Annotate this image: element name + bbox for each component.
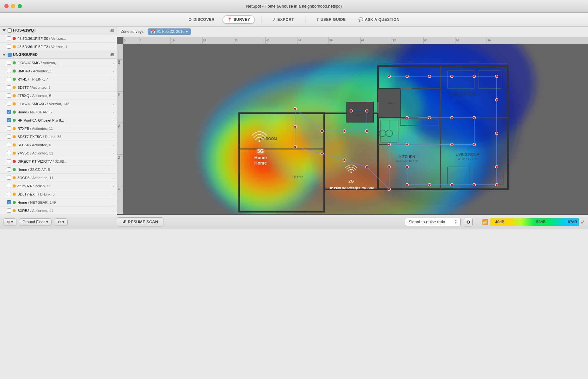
svg-point-88 bbox=[406, 75, 408, 77]
u1-cb[interactable] bbox=[7, 61, 11, 65]
signal-dot bbox=[13, 111, 16, 114]
svg-point-112 bbox=[365, 165, 368, 168]
close-button[interactable] bbox=[4, 4, 9, 8]
item1-checkbox[interactable] bbox=[7, 36, 11, 40]
toolbar: ⊙ DISCOVER 📍 SURVEY ↗ EXPORT ? USER GUID… bbox=[0, 13, 588, 27]
signal-dot bbox=[13, 201, 16, 204]
floor-plan[interactable]: LIVING ROOM 11'-× 14'-7½" KITCHEN 16' 7 … bbox=[123, 44, 588, 214]
svg-point-93 bbox=[495, 99, 498, 101]
svg-text:HP-Print-0A-Officejet Pro 8600: HP-Print-0A-Officejet Pro 8600 bbox=[329, 186, 374, 190]
svg-point-118 bbox=[321, 130, 323, 132]
u17-cb[interactable] bbox=[7, 192, 11, 196]
group2-db: dB bbox=[110, 53, 114, 57]
ask-question-button[interactable]: 💬 ASK A QUESTION bbox=[354, 15, 404, 24]
expand-icon2[interactable] bbox=[3, 54, 6, 56]
svg-point-103 bbox=[406, 116, 408, 119]
signal-settings-button[interactable]: ⚙ bbox=[464, 218, 473, 226]
svg-point-111 bbox=[388, 188, 390, 190]
svg-text:40: 40 bbox=[118, 61, 121, 64]
u11-cb[interactable] bbox=[7, 143, 11, 147]
signal-dot bbox=[13, 127, 16, 130]
signal-dot bbox=[13, 184, 16, 188]
scale-gradient2 bbox=[547, 218, 566, 226]
svg-point-97 bbox=[473, 183, 475, 186]
svg-point-122 bbox=[350, 110, 352, 112]
u12-cb[interactable] bbox=[7, 151, 11, 155]
list-item: YVV5C / Actiontec, 11 - bbox=[0, 149, 117, 157]
list-item: Home / 32:CD:A7, 5 - bbox=[0, 165, 117, 174]
u16-cb[interactable] bbox=[7, 184, 11, 188]
list-item: HMC4B / Actiontec, 1 - bbox=[0, 67, 117, 75]
list-item: BD5T7-EXT / D-Link, 6 - bbox=[0, 190, 117, 198]
item2-checkbox[interactable] bbox=[7, 45, 11, 49]
calendar-icon: 📅 bbox=[151, 29, 156, 34]
list-item: 48:5D:36:1F:5F:E2 / Verizon, 1 - bbox=[0, 43, 117, 51]
u14-cb[interactable] bbox=[7, 167, 11, 171]
survey-button[interactable]: 📍 SURVEY bbox=[223, 15, 255, 24]
resume-scan-button[interactable]: ↺ RESUME SCAN bbox=[117, 217, 163, 226]
group1-checkbox[interactable] bbox=[8, 28, 12, 33]
signal-dot bbox=[13, 61, 16, 64]
minimize-button[interactable] bbox=[11, 4, 15, 8]
u4-cb[interactable] bbox=[7, 85, 11, 89]
u5-cb[interactable] bbox=[7, 93, 11, 98]
svg-point-92 bbox=[495, 75, 498, 77]
svg-point-100 bbox=[406, 183, 408, 186]
u19-cb[interactable] bbox=[7, 208, 11, 213]
settings-button[interactable]: ⚙ ▾ bbox=[54, 218, 68, 226]
titlebar: NetSpot - Home (A house in a neighborhoo… bbox=[0, 0, 588, 13]
u18-cb[interactable]: ✓ bbox=[7, 200, 11, 204]
zone-dropdown[interactable]: 📅 #1 Feb 22, 2016 ▾ bbox=[148, 28, 191, 35]
list-item: ✓ Home / NETGEAR, 5 - bbox=[0, 108, 117, 116]
map-canvas[interactable]: 8 16 24 32 40 48 56 64 72 bbox=[117, 37, 588, 214]
scale-53db: 53dB bbox=[535, 218, 547, 226]
svg-text:32: 32 bbox=[235, 39, 238, 42]
u13-cb[interactable] bbox=[7, 159, 11, 163]
signal-dot bbox=[13, 176, 16, 179]
signal-dot bbox=[13, 78, 16, 81]
u10-cb[interactable] bbox=[7, 135, 11, 139]
floor-selector[interactable]: Ground Floor ▾ bbox=[19, 218, 52, 226]
svg-text:8: 8 bbox=[140, 39, 141, 42]
chat-icon: 💬 bbox=[358, 17, 364, 22]
content-area: FiOS-61WQT dB 48:5D:36:1F:5F:E0 / Verizz… bbox=[0, 27, 588, 215]
signal-dot bbox=[13, 69, 16, 73]
svg-rect-0 bbox=[123, 37, 588, 44]
u8-cb[interactable]: ✓ bbox=[7, 118, 11, 122]
u15-cb[interactable] bbox=[7, 176, 11, 180]
list-item: 4TBXQ / Actiontec, 6 - bbox=[0, 92, 117, 100]
export-button[interactable]: ↗ EXPORT bbox=[268, 15, 299, 24]
discover-button[interactable]: ⊙ DISCOVER bbox=[184, 15, 219, 24]
svg-text:16: 16 bbox=[171, 39, 175, 42]
list-item: 48:5D:36:1F:5F:E0 / Verizzo... - bbox=[0, 34, 117, 43]
signal-dot bbox=[13, 102, 16, 105]
scale-bar: 40dB 53dB 67dB bbox=[490, 218, 579, 226]
u9-cb[interactable] bbox=[7, 126, 11, 130]
signal-dot bbox=[13, 193, 16, 196]
maximize-button[interactable] bbox=[18, 4, 22, 8]
expand-icon3[interactable]: ⤢ bbox=[581, 219, 585, 225]
signal-type-label: Signal-to-noise ratio bbox=[408, 220, 445, 224]
survey-icon: 📍 bbox=[227, 17, 232, 22]
db-scale: 📶 40dB 53dB 67dB ⤢ bbox=[482, 218, 585, 226]
plus-icon: ⊕ bbox=[7, 220, 10, 224]
question-icon: ? bbox=[316, 17, 319, 22]
zone-label: Zone surveys: bbox=[121, 29, 144, 34]
signal-type-dropdown[interactable]: Signal-to-noise ratio ▲ ▼ bbox=[405, 218, 461, 226]
add-floor-button[interactable]: ⊕ ▾ bbox=[3, 218, 16, 226]
item2-text: 48:5D:36:1F:5F:E2 / Verizon, 1 bbox=[17, 45, 111, 49]
u3-cb[interactable] bbox=[7, 77, 11, 81]
u7-cb[interactable]: ✓ bbox=[7, 110, 11, 114]
svg-text:88: 88 bbox=[456, 39, 459, 42]
list-item: ✓ Home / NETGEAR, 149 - bbox=[0, 198, 117, 207]
svg-point-113 bbox=[343, 159, 346, 161]
u6-cb[interactable] bbox=[7, 102, 11, 106]
expand-icon[interactable] bbox=[3, 29, 6, 32]
u2-cb[interactable] bbox=[7, 69, 11, 73]
svg-text:64: 64 bbox=[361, 39, 364, 42]
user-guide-button[interactable]: ? USER GUIDE bbox=[312, 15, 351, 24]
group2-name: UNGROUPED bbox=[13, 52, 38, 57]
list-item: BD5T7 / Actiontec, 6 - bbox=[0, 83, 117, 92]
svg-point-99 bbox=[428, 183, 431, 186]
floor-label: Ground Floor bbox=[22, 220, 45, 224]
